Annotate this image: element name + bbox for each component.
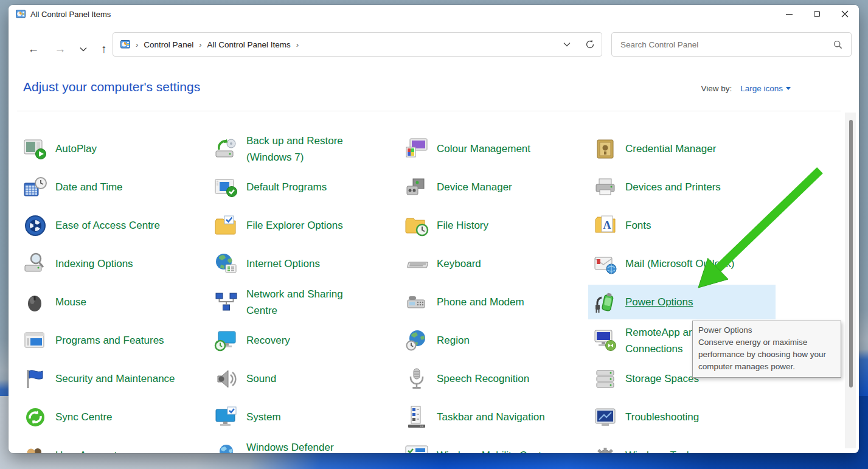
item-ease-of-access[interactable]: Ease of Access Centre [18, 208, 206, 243]
item-label: AutoPlay [55, 141, 97, 157]
item-mouse[interactable]: Mouse [18, 285, 206, 319]
item-device-manager[interactable]: Device Manager [400, 170, 587, 204]
item-label: Phone and Modem [437, 294, 524, 310]
item-label: Taskbar and Navigation [437, 409, 545, 425]
item-credential-manager[interactable]: Credential Manager [588, 131, 776, 166]
item-label: Storage Spaces [625, 370, 699, 387]
item-file-history[interactable]: File History [400, 208, 587, 243]
item-label: Programs and Features [55, 332, 164, 349]
item-label: Device Manager [437, 179, 512, 195]
vertical-scrollbar[interactable] [845, 113, 856, 448]
item-system[interactable]: System [209, 400, 397, 434]
item-label: User Accounts [55, 447, 122, 453]
autoplay-icon [23, 137, 47, 161]
tooltip-title: Power Options [698, 324, 835, 336]
tooltip-body: Conserve energy or maximise performance … [698, 336, 835, 373]
item-label: Windows Mobility Centre [437, 447, 550, 453]
item-label: Default Programs [246, 179, 327, 195]
item-label: Windows Defender Firewall [246, 439, 334, 454]
item-date-time[interactable]: Date and Time [18, 170, 206, 204]
item-colour-management[interactable]: Colour Management [400, 131, 587, 166]
device-manager-icon [404, 175, 429, 200]
user-accounts-icon [23, 443, 47, 454]
item-label: Region [437, 332, 470, 349]
item-label: Sound [246, 370, 276, 387]
sync-centre-icon [23, 405, 47, 429]
troubleshooting-icon [593, 405, 617, 429]
item-windows-defender-firewall[interactable]: Windows Defender Firewall [209, 438, 397, 453]
svg-text:A: A [603, 219, 611, 231]
item-backup-restore[interactable]: Back up and Restore (Windows 7) [209, 131, 397, 166]
item-mail-outlook[interactable]: Mail (Microsoft Outlook) [588, 246, 776, 281]
security-maintenance-icon [23, 367, 47, 391]
mouse-icon [23, 290, 47, 314]
item-security-maintenance[interactable]: Security and Maintenance [18, 361, 206, 396]
item-fonts[interactable]: A Fonts [588, 208, 776, 243]
item-indexing-options[interactable]: Indexing Options [18, 246, 206, 281]
item-label: Credential Manager [625, 141, 716, 157]
item-label: Colour Management [437, 141, 530, 157]
item-label: File Explorer Options [246, 217, 343, 234]
network-sharing-icon [214, 290, 238, 314]
windows-tools-icon [593, 443, 617, 454]
item-label: Troubleshooting [625, 409, 699, 425]
backup-restore-icon [214, 137, 238, 161]
item-label: Sync Centre [55, 409, 113, 425]
item-file-explorer-options[interactable]: File Explorer Options [209, 208, 397, 243]
item-windows-tools[interactable]: Windows Tools [588, 438, 776, 453]
item-label: Security and Maintenance [55, 370, 175, 387]
colour-management-icon [404, 137, 429, 161]
item-speech-recognition[interactable]: Speech Recognition [400, 361, 587, 396]
item-label: Ease of Access Centre [55, 217, 160, 234]
item-sound[interactable]: Sound [209, 361, 397, 396]
scrollbar-thumb[interactable] [849, 120, 853, 387]
item-label: File History [437, 217, 488, 234]
ease-of-access-icon [23, 214, 47, 238]
item-sync-centre[interactable]: Sync Centre [18, 400, 206, 434]
item-label: Power Options [625, 294, 693, 310]
item-label: System [246, 409, 281, 425]
item-phone-modem[interactable]: Phone and Modem [400, 285, 587, 319]
storage-spaces-icon [593, 367, 617, 391]
speech-recognition-icon [404, 367, 429, 391]
item-label: Internet Options [246, 255, 320, 272]
sound-icon [214, 367, 238, 391]
remoteapp-icon [593, 328, 617, 353]
item-label: Date and Time [55, 179, 123, 195]
item-devices-printers[interactable]: Devices and Printers [588, 170, 776, 204]
items-grid: AutoPlay Back up and Restore (Windows 7)… [9, 5, 859, 453]
devices-printers-icon [593, 175, 617, 200]
item-label: Mouse [55, 294, 86, 310]
credential-manager-icon [593, 137, 617, 161]
recovery-icon [214, 328, 238, 353]
keyboard-icon [404, 252, 429, 276]
item-power-options[interactable]: Power Options [588, 285, 776, 319]
mail-outlook-icon [593, 252, 617, 276]
item-label: Keyboard [437, 255, 481, 272]
item-network-sharing[interactable]: Network and Sharing Centre [209, 285, 397, 319]
indexing-options-icon [23, 252, 47, 276]
programs-features-icon [23, 328, 47, 353]
phone-modem-icon [404, 290, 429, 314]
region-icon [404, 328, 429, 353]
item-taskbar-navigation[interactable]: Taskbar and Navigation [400, 400, 587, 434]
item-windows-mobility[interactable]: Windows Mobility Centre [400, 438, 587, 453]
item-keyboard[interactable]: Keyboard [400, 246, 587, 281]
item-label: Mail (Microsoft Outlook) [625, 255, 734, 272]
item-label: Recovery [246, 332, 290, 349]
item-autoplay[interactable]: AutoPlay [18, 131, 206, 166]
item-default-programs[interactable]: Default Programs [209, 170, 397, 204]
date-time-icon [23, 175, 47, 200]
file-history-icon [404, 214, 429, 238]
item-user-accounts[interactable]: User Accounts [18, 438, 206, 453]
item-label: Devices and Printers [625, 179, 721, 195]
item-recovery[interactable]: Recovery [209, 323, 397, 358]
item-internet-options[interactable]: Internet Options [209, 246, 397, 281]
windows-mobility-icon [404, 443, 429, 454]
item-programs-features[interactable]: Programs and Features [18, 323, 206, 358]
power-options-icon [593, 290, 617, 314]
item-troubleshooting[interactable]: Troubleshooting [588, 400, 776, 434]
power-options-tooltip: Power Options Conserve energy or maximis… [692, 321, 841, 378]
item-region[interactable]: Region [400, 323, 587, 358]
control-panel-window: All Control Panel Items ← → ↑ › Control … [9, 5, 859, 453]
